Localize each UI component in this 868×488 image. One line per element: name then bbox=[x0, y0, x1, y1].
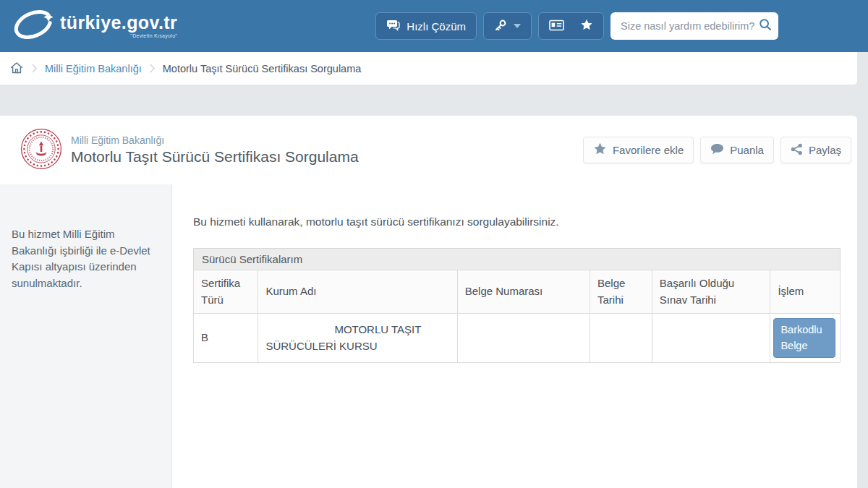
meb-seal-logo bbox=[20, 128, 62, 173]
chevron-down-icon bbox=[514, 24, 521, 28]
share-label: Paylaş bbox=[809, 144, 841, 156]
chat-icon bbox=[386, 20, 400, 33]
breadcrumb-separator-icon bbox=[32, 64, 37, 73]
cell-sinav-tarihi bbox=[652, 314, 770, 363]
rate-button[interactable]: Puanla bbox=[700, 137, 774, 163]
edevlet-logo[interactable]: türkiye.gov.tr "Devletin Kısayolu" bbox=[13, 5, 177, 47]
search-icon[interactable] bbox=[759, 18, 772, 34]
service-provider-info: Bu hizmet Milli Eğitim Bakanlığı işbirli… bbox=[12, 226, 158, 291]
cell-islem: Barkodlu Belge bbox=[770, 314, 841, 363]
rate-label: Puanla bbox=[730, 144, 764, 156]
cell-kurum-adi: MOTORLU TAŞIT SÜRÜCÜLERİ KURSU bbox=[258, 314, 457, 363]
cell-sertifika-turu: B bbox=[194, 314, 258, 363]
share-button[interactable]: Paylaş bbox=[780, 137, 851, 163]
quick-solution-label: Hızlı Çözüm bbox=[407, 20, 466, 33]
home-icon[interactable] bbox=[9, 61, 24, 77]
service-description: Bu hizmeti kullanarak, motorlu taşıt sür… bbox=[193, 215, 841, 228]
table-header-row: Sertifika Türü Kurum Adı Belge Numarası … bbox=[194, 270, 841, 314]
service-content: Bu hizmeti kullanarak, motorlu taşıt sür… bbox=[172, 184, 857, 488]
id-card-icon[interactable] bbox=[549, 20, 564, 33]
col-belge-tarihi: Belge Tarihi bbox=[590, 270, 652, 314]
kurum-adi-line1: MOTORLU TAŞIT bbox=[265, 322, 449, 338]
kurum-adi-line2: SÜRÜCÜLERİ KURSU bbox=[265, 338, 449, 355]
search-input[interactable] bbox=[619, 20, 759, 33]
cell-belge-numarasi bbox=[457, 314, 590, 363]
ministry-name-link[interactable]: Milli Eğitim Bakanlığı bbox=[71, 134, 359, 146]
col-islem: İşlem bbox=[770, 270, 841, 314]
service-card: Milli Eğitim Bakanlığı Motorlu Taşıt Sür… bbox=[0, 116, 857, 488]
breadcrumb-current-page: Motorlu Taşıt Sürücü Sertifikası Sorgula… bbox=[163, 63, 362, 74]
service-header: Milli Eğitim Bakanlığı Motorlu Taşıt Sür… bbox=[0, 116, 857, 184]
col-sertifika-turu: Sertifika Türü bbox=[194, 270, 258, 314]
favorites-star-icon[interactable] bbox=[580, 19, 593, 33]
col-sinav-tarihi: Başarılı Olduğu Sınav Tarihi bbox=[652, 270, 770, 314]
edevlet-swoosh-icon bbox=[13, 5, 55, 47]
col-kurum-adi: Kurum Adı bbox=[258, 270, 457, 314]
top-bar: türkiye.gov.tr "Devletin Kısayolu" Hızlı… bbox=[0, 0, 868, 52]
idcard-star-group[interactable] bbox=[538, 12, 604, 40]
logo-tagline: "Devletin Kısayolu" bbox=[60, 33, 177, 38]
breadcrumb: Milli Eğitim Bakanlığı Motorlu Taşıt Sür… bbox=[0, 52, 857, 85]
breadcrumb-separator-icon bbox=[150, 64, 155, 73]
login-key-dropdown[interactable] bbox=[483, 12, 532, 40]
service-sidebar: Bu hizmet Milli Eğitim Bakanlığı işbirli… bbox=[0, 184, 172, 488]
star-icon bbox=[593, 142, 607, 158]
table-row: B MOTORLU TAŞIT SÜRÜCÜLERİ KURSU Barkodl… bbox=[194, 314, 841, 363]
service-actions: Favorilere ekle Puanla bbox=[583, 137, 851, 163]
search-box[interactable] bbox=[610, 12, 778, 40]
breadcrumb-ministry-link[interactable]: Milli Eğitim Bakanlığı bbox=[45, 63, 142, 74]
logo-text: türkiye.gov.tr bbox=[60, 14, 177, 32]
add-favorite-button[interactable]: Favorilere ekle bbox=[583, 137, 694, 163]
barcoded-document-button[interactable]: Barkodlu Belge bbox=[773, 318, 835, 359]
table-caption: Sürücü Sertifikalarım bbox=[193, 248, 841, 270]
cell-belge-tarihi bbox=[590, 314, 652, 363]
add-favorite-label: Favorilere ekle bbox=[613, 144, 684, 156]
certificates-table: Sertifika Türü Kurum Adı Belge Numarası … bbox=[193, 270, 841, 363]
page-title: Motorlu Taşıt Sürücü Sertifikası Sorgula… bbox=[71, 148, 359, 166]
service-body: Bu hizmet Milli Eğitim Bakanlığı işbirli… bbox=[0, 184, 857, 488]
comment-icon bbox=[710, 143, 724, 158]
col-belge-numarasi: Belge Numarası bbox=[457, 270, 590, 314]
quick-solution-button[interactable]: Hızlı Çözüm bbox=[375, 12, 477, 40]
share-icon bbox=[791, 143, 803, 158]
top-controls: Hızlı Çözüm bbox=[375, 12, 778, 40]
key-icon bbox=[494, 19, 507, 34]
